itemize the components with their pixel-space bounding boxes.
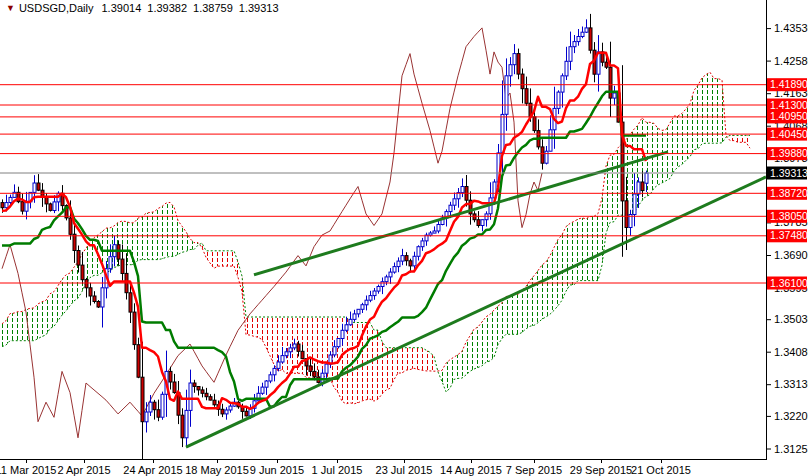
down-candle [309,366,312,372]
down-candle [197,387,200,390]
ohlc-close-value: 1.39313 [239,2,279,14]
down-candle [157,410,160,418]
down-candle [405,256,408,261]
date-tick-label: 18 May 2015 [185,464,249,476]
up-candle [437,225,440,232]
price-tick-label: 1.33130 [774,378,808,390]
up-candle [417,247,420,257]
price-tick-label: 1.32205 [774,410,808,422]
up-candle [229,406,232,410]
chart-title-bar: ▼USDSGD,Daily1.390141.393821.387591.3931… [6,2,285,14]
plot-area[interactable] [0,14,766,460]
down-candle [45,197,48,204]
date-tick-label: 7 Sep 2015 [506,464,562,476]
down-candle [49,204,52,211]
down-candle [89,288,92,296]
up-candle [505,76,508,115]
up-candle [357,309,360,314]
up-candle [513,54,516,65]
up-candle [321,373,324,382]
up-candle [453,199,456,205]
date-tick-label: 9 Jun 2015 [250,464,304,476]
down-candle [301,351,304,358]
current-price-tag-text: 1.39313 [770,167,808,179]
down-candle [73,234,76,250]
down-candle [121,259,124,273]
date-tick-label: 21 Oct 2015 [631,464,691,476]
down-candle [477,220,480,226]
down-candle [525,89,528,104]
up-candle [413,256,416,266]
up-candle [333,347,336,355]
down-candle [313,371,316,377]
up-candle [345,325,348,331]
down-candle [193,383,196,386]
down-candle [181,415,184,438]
date-tick-label: 24 Apr 2015 [123,464,182,476]
up-candle [561,76,564,92]
up-candle [273,368,276,374]
level-price-tag-text: 1.41890 [770,78,808,90]
up-candle [389,272,392,277]
up-candle [341,330,344,338]
time-axis[interactable]: 11 Mar 20152 Apr 201524 Apr 201518 May 2… [0,459,691,476]
up-candle [581,32,584,36]
up-candle [577,37,580,42]
down-candle [1,203,4,208]
up-candle [585,28,588,32]
up-candle [429,233,432,235]
down-candle [137,345,140,378]
up-candle [569,47,572,62]
price-axis[interactable]: 1.435301.425801.416301.406801.397351.387… [766,22,808,454]
up-candle [145,412,148,422]
down-candle [97,302,100,308]
up-candle [361,305,364,310]
down-candle [209,397,212,400]
up-candle [265,381,268,387]
up-candle [421,241,424,247]
up-candle [401,256,404,262]
up-candle [397,261,400,267]
ohlc-open-value: 1.39014 [102,2,142,14]
up-candle [393,267,396,273]
down-candle [201,390,204,393]
symbol-period-label: USDSGD,Daily [19,2,94,14]
date-tick-label: 14 Aug 2015 [440,464,502,476]
down-candle [517,54,520,75]
up-candle [337,339,340,347]
up-candle [545,151,548,163]
down-candle [133,312,136,345]
date-tick-label: 1 Jul 2015 [312,464,363,476]
down-candle [589,28,592,50]
symbol-dropdown-arrow-icon[interactable]: ▼ [6,3,15,13]
up-candle [269,375,272,381]
up-candle [433,231,436,233]
down-candle [205,393,208,396]
down-candle [129,293,132,312]
up-candle [481,220,484,226]
up-candle [109,257,112,269]
up-candle [149,402,152,412]
down-candle [541,147,544,163]
down-candle [93,296,96,302]
up-candle [365,300,368,305]
level-price-tag-text: 1.40450 [770,128,808,140]
up-candle [349,319,352,325]
up-candle [5,203,8,208]
level-price-tag-text: 1.38050 [770,210,808,222]
up-candle [557,92,560,108]
up-candle [645,173,648,183]
up-candle [325,364,328,373]
up-candle [377,287,380,292]
down-candle [169,371,172,382]
down-candle [81,265,84,280]
up-candle [385,277,388,282]
up-candle [285,352,288,356]
down-candle [85,280,88,288]
up-candle [373,291,376,296]
up-candle [449,205,452,211]
chart-canvas[interactable]: 1.435301.425801.416301.406801.397351.387… [0,0,808,476]
up-candle [289,348,292,352]
down-candle [609,67,612,98]
level-price-tag-text: 1.39880 [770,147,808,159]
